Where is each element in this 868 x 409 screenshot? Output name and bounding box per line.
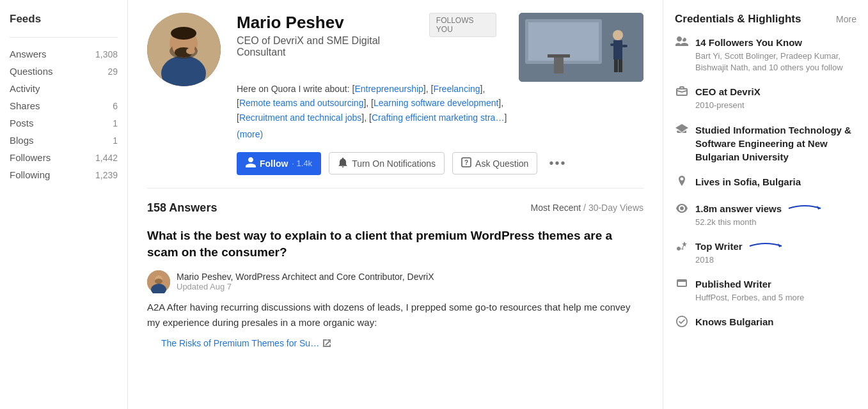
sidebar-item-answers[interactable]: Answers 1,308	[10, 45, 118, 63]
work-icon	[675, 86, 689, 99]
profile-actions: Follow · 1.4k Turn On Notifications	[237, 152, 643, 175]
following-count: 1,239	[95, 170, 118, 180]
more-button[interactable]: •••	[545, 153, 570, 173]
svg-rect-15	[610, 43, 618, 46]
bio-more-link[interactable]: (more)	[237, 127, 512, 141]
cred-item-language: Knows Bulgarian	[675, 315, 856, 330]
work-main[interactable]: CEO at DevriX	[695, 85, 761, 98]
svg-rect-12	[554, 58, 564, 73]
bio-link-entrepreneurship[interactable]: Entrepreneurship	[354, 84, 423, 94]
bio-link-remote-teams[interactable]: Remote teams and outsourcing	[239, 98, 364, 108]
notifications-button[interactable]: Turn On Notifications	[329, 152, 445, 174]
language-main[interactable]: Knows Bulgarian	[695, 315, 774, 328]
annotation-arrow-views	[785, 202, 824, 215]
profile-bio: Here on Quora I write about: [Entreprene…	[237, 82, 512, 142]
cred-item-education: Studied Information Technology & Softwar…	[675, 123, 856, 164]
svg-rect-16	[620, 45, 627, 47]
published-icon	[675, 278, 689, 291]
answer-bullet-list: The Risks of Premium Themes for Su…	[147, 338, 643, 348]
bio-link-marketing[interactable]: Crafting efficient marketing stra…	[372, 112, 505, 123]
followers-label: Followers	[10, 152, 51, 163]
followers-count: 1,442	[95, 153, 118, 163]
svg-text:?: ?	[464, 159, 468, 166]
education-content: Studied Information Technology & Softwar…	[695, 123, 856, 164]
question-icon: ?	[461, 157, 471, 169]
cred-item-followers: 14 Followers You Know Bart Yi, Scott Bol…	[675, 36, 856, 73]
sidebar-item-activity[interactable]: Activity	[10, 80, 118, 97]
answer-text: A2A After having recurring discussions w…	[147, 300, 643, 330]
shares-count: 6	[113, 101, 118, 111]
education-main[interactable]: Studied Information Technology & Softwar…	[695, 123, 856, 164]
posts-count: 1	[113, 118, 118, 128]
answer-updated: Updated Aug 7	[177, 282, 434, 291]
language-content: Knows Bulgarian	[695, 315, 774, 328]
bell-icon	[338, 157, 348, 169]
posts-label: Posts	[10, 118, 34, 128]
top-writer-main[interactable]: Top Writer	[695, 240, 785, 253]
profile-header: Mario Peshev CEO of DevriX and SME Digit…	[147, 13, 643, 189]
profile-photo	[519, 13, 643, 82]
follow-button[interactable]: Follow · 1.4k	[237, 152, 321, 175]
published-sub: HuffPost, Forbes, and 5 more	[695, 292, 804, 304]
views-main[interactable]: 1.8m answer views	[695, 202, 824, 215]
views-content: 1.8m answer views 52.2k this month	[695, 202, 824, 228]
sort-options: Most Recent / 30-Day Views	[531, 203, 643, 213]
answers-count: 1,308	[95, 49, 118, 59]
work-content: CEO at DevriX 2010-present	[695, 85, 761, 111]
following-label: Following	[10, 169, 50, 180]
svg-rect-11	[548, 54, 570, 58]
annotation-arrow-topwriter	[746, 240, 785, 252]
questions-label: Questions	[10, 66, 53, 77]
sidebar-item-shares[interactable]: Shares 6	[10, 97, 118, 114]
right-sidebar: Credentials & Highlights More 14 Followe…	[663, 0, 868, 409]
answer-link-item: The Risks of Premium Themes for Su…	[161, 338, 643, 348]
follow-icon	[246, 157, 256, 170]
language-icon	[675, 316, 689, 330]
svg-point-5	[171, 27, 196, 40]
views-value: 1.8m answer views	[695, 202, 782, 215]
bio-link-freelancing[interactable]: Freelancing	[433, 84, 480, 94]
svg-rect-17	[614, 59, 618, 72]
notifications-label: Turn On Notifications	[352, 158, 436, 169]
avatar	[147, 13, 221, 86]
followers-you-know-main[interactable]: 14 Followers You Know	[695, 36, 856, 49]
answers-count-header: 158 Answers	[147, 201, 217, 215]
work-sub: 2010-present	[695, 100, 761, 111]
answer-meta: Mario Peshev, WordPress Architect and Co…	[147, 270, 643, 293]
left-sidebar: Feeds Answers 1,308 Questions 29 Activit…	[0, 0, 128, 409]
cred-item-location: Lives in Sofia, Bulgaria	[675, 175, 856, 190]
ask-question-button[interactable]: ? Ask Question	[452, 152, 537, 174]
top-writer-sub: 2018	[695, 254, 785, 266]
location-main[interactable]: Lives in Sofia, Bulgaria	[695, 175, 801, 189]
location-icon	[675, 176, 689, 190]
question-title: What is the best way to explain to a cli…	[147, 228, 643, 261]
sidebar-item-posts[interactable]: Posts 1	[10, 114, 118, 132]
answer-author-avatar	[147, 270, 170, 293]
sidebar-item-blogs[interactable]: Blogs 1	[10, 132, 118, 149]
sidebar-item-following[interactable]: Following 1,239	[10, 166, 118, 183]
svg-point-13	[613, 30, 623, 40]
questions-count: 29	[107, 66, 118, 77]
ask-question-label: Ask Question	[475, 158, 528, 169]
views-icon	[675, 203, 689, 216]
svg-point-28	[680, 280, 681, 281]
blogs-label: Blogs	[10, 135, 34, 146]
credentials-title: Credentials & Highlights	[675, 13, 801, 26]
content-header: 158 Answers Most Recent / 30-Day Views	[147, 201, 643, 215]
bio-link-recruitment[interactable]: Recruitment and technical jobs	[239, 112, 361, 123]
published-main[interactable]: Published Writer	[695, 277, 804, 291]
education-icon	[675, 124, 689, 137]
credentials-more[interactable]: More	[836, 14, 856, 24]
followers-you-know-icon	[675, 36, 689, 50]
external-link-icon	[323, 339, 331, 347]
follows-you-badge: FOLLOWS YOU	[429, 13, 496, 37]
sidebar-item-questions[interactable]: Questions 29	[10, 63, 118, 80]
svg-point-29	[681, 280, 682, 281]
sidebar-item-followers[interactable]: Followers 1,442	[10, 149, 118, 166]
sort-recent[interactable]: Most Recent	[531, 203, 581, 213]
blogs-count: 1	[113, 135, 118, 146]
bio-link-learning[interactable]: Learning software development	[374, 98, 498, 108]
sort-30day[interactable]: 30-Day Views	[588, 203, 643, 213]
cred-item-views: 1.8m answer views 52.2k this month	[675, 202, 856, 228]
answer-link[interactable]: The Risks of Premium Themes for Su…	[161, 338, 319, 348]
